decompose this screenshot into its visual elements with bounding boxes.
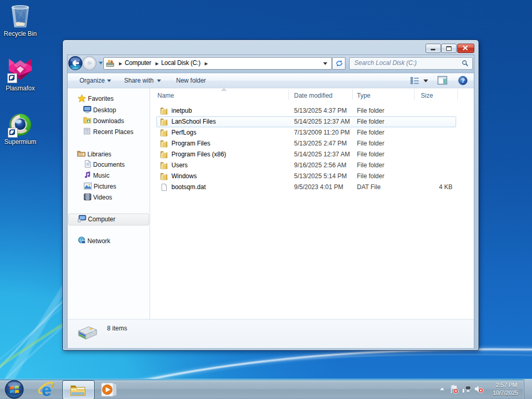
svg-text:?: ? <box>461 77 465 84</box>
